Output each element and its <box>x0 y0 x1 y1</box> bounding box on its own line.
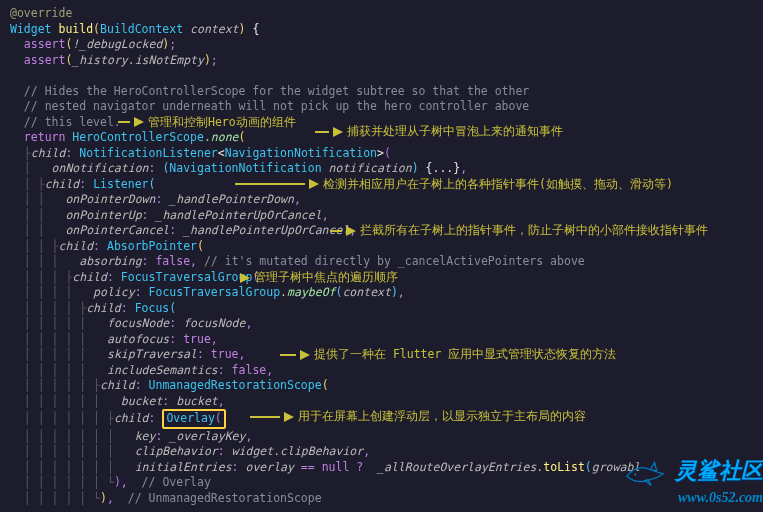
line-policy: │ │ │ │ policy: FocusTraversalGroup.mayb… <box>10 285 753 301</box>
line-absorbing: │ │ │ absorbing: false, // it's mutated … <box>10 254 753 270</box>
line-urs: │ │ │ │ │ ├child: UnmanagedRestorationSc… <box>10 378 753 394</box>
line-annotation: @override <box>10 6 753 22</box>
line-comment2: // nested navigator underneath will not … <box>10 99 753 115</box>
line-autofocus: │ │ │ │ │ autofocus: true, <box>10 332 753 348</box>
line-key: │ │ │ │ │ │ │ key: _overlayKey, <box>10 429 753 445</box>
line-pu: │ │ onPointerUp: _handlePointerUpOrCance… <box>10 208 753 224</box>
annotation-4: 拦截所有在子树上的指针事件，防止子树中的小部件接收指针事件 <box>330 223 708 239</box>
watermark-url: www.0s52.com <box>624 489 763 508</box>
annotation-3: 检测并相应用户在子树上的各种指针事件(如触摸、拖动、滑动等) <box>235 177 673 193</box>
code-editor: @override Widget build(BuildContext cont… <box>10 6 753 507</box>
watermark: 灵鲨社区 www.0s52.com <box>624 456 763 508</box>
line-sem: │ │ │ │ │ includeSemantics: false, <box>10 363 753 379</box>
line-focus: │ │ │ │ ├child: Focus( <box>10 301 753 317</box>
annotation-1: 管理和控制Hero动画的组件 <box>118 115 296 131</box>
annotation-6: 提供了一种在 Flutter 应用中显式管理状态恢复的方法 <box>280 347 616 363</box>
watermark-brand: 灵鲨社区 <box>675 458 763 483</box>
annotation-7: 用于在屏幕上创建浮动层，以显示独立于主布局的内容 <box>250 409 586 425</box>
svg-point-0 <box>634 473 636 475</box>
line-listener: │ ├child: Listener( 检测并相应用户在子树上的各种指针事件(如… <box>10 177 753 193</box>
annotation-5: 管理子树中焦点的遍历顺序 <box>240 270 398 286</box>
line-absorb: │ │ ├child: AbsorbPointer( <box>10 239 753 255</box>
annotation-2: 捕获并处理从子树中冒泡上来的通知事件 <box>315 124 563 140</box>
line-ftg: │ │ │ ├child: FocusTraversalGroup( 管理子树中… <box>10 270 753 286</box>
line-return: return HeroControllerScope.none( 捕获并处理从子… <box>10 130 753 146</box>
line-pc: │ │ onPointerCancel: _handlePointerUpOrC… <box>10 223 753 239</box>
line-assert2: assert(_history.isNotEmpty); <box>10 53 753 69</box>
line-focusnode: │ │ │ │ │ focusNode: focusNode, <box>10 316 753 332</box>
line-comment1: // Hides the HeroControllerScope for the… <box>10 84 753 100</box>
line-pd: │ │ onPointerDown: _handlePointerDown, <box>10 192 753 208</box>
shark-icon <box>624 459 668 489</box>
overlay-highlight: Overlay( <box>162 409 225 429</box>
line-onnotif: │ onNotification: (NavigationNotificatio… <box>10 161 753 177</box>
line-overlay: │ │ │ │ │ │ ├child: Overlay( 用于在屏幕上创建浮动层… <box>10 409 753 429</box>
line-assert1: assert(!_debugLocked); <box>10 37 753 53</box>
line-skip: │ │ │ │ │ skipTraversal: true, 提供了一种在 Fl… <box>10 347 753 363</box>
line-signature: Widget build(BuildContext context) { <box>10 22 753 38</box>
line-bucket: │ │ │ │ │ │ bucket: bucket, <box>10 394 753 410</box>
line-nl: ├child: NotificationListener<NavigationN… <box>10 146 753 162</box>
